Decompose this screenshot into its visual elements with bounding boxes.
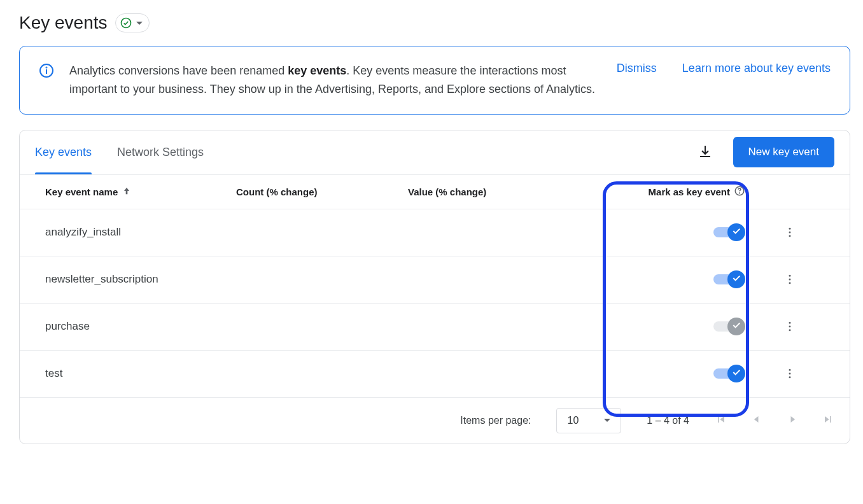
row-menu-button[interactable] (745, 320, 834, 333)
tab-network-settings[interactable]: Network Settings (117, 130, 204, 174)
svg-point-13 (789, 326, 791, 328)
info-icon (39, 63, 54, 80)
dismiss-link[interactable]: Dismiss (617, 62, 657, 75)
svg-point-0 (121, 18, 130, 28)
col-count: Count (% change) (236, 186, 408, 197)
check-icon (731, 226, 741, 239)
prev-page-icon[interactable] (750, 413, 763, 428)
svg-point-11 (789, 282, 791, 284)
svg-point-5 (740, 193, 740, 193)
table-row: test (20, 351, 850, 398)
row-menu-button[interactable] (745, 367, 834, 380)
svg-point-9 (789, 275, 791, 277)
paginator: Items per page: 10 1 – 4 of 4 (20, 398, 850, 444)
caret-down-icon (136, 22, 143, 25)
key-events-card: Key events Network Settings New key even… (19, 130, 850, 444)
check-icon (731, 273, 741, 286)
event-name: test (45, 367, 236, 380)
info-banner-text: Analytics conversions have been renamed … (69, 62, 601, 99)
event-name: purchase (45, 320, 236, 333)
mark-toggle[interactable] (713, 365, 745, 382)
caret-down-icon (604, 419, 610, 422)
check-circle-icon (120, 17, 132, 29)
table-row: analyzify_install (20, 209, 850, 256)
page-title: Key events (19, 13, 108, 33)
row-menu-button[interactable] (745, 226, 834, 239)
svg-point-3 (46, 67, 47, 68)
table-row: purchase (20, 304, 850, 351)
next-page-icon[interactable] (786, 413, 799, 428)
svg-point-6 (789, 228, 791, 230)
svg-point-16 (789, 373, 791, 375)
paginator-range: 1 – 4 of 4 (647, 415, 689, 426)
check-icon (731, 367, 741, 381)
check-icon (731, 320, 741, 333)
download-icon[interactable] (692, 139, 718, 166)
event-name: newsletter_subscription (45, 273, 236, 286)
page-size-select[interactable]: 10 (556, 408, 621, 433)
page-header: Key events (19, 13, 850, 33)
mark-toggle (713, 318, 745, 335)
first-page-icon[interactable] (715, 413, 727, 428)
table-header: Key event name Count (% change) Value (%… (20, 175, 850, 209)
col-count-label: Count (% change) (236, 186, 318, 197)
tab-key-events[interactable]: Key events (35, 130, 92, 174)
info-banner: Analytics conversions have been renamed … (19, 46, 850, 115)
help-icon[interactable] (734, 185, 745, 199)
learn-more-link[interactable]: Learn more about key events (682, 62, 831, 75)
info-text-bold: key events (288, 64, 346, 77)
svg-point-10 (789, 279, 791, 281)
info-text-pre: Analytics conversions have been renamed (69, 64, 288, 77)
items-per-page-label: Items per page: (460, 415, 531, 426)
mark-toggle[interactable] (713, 223, 745, 241)
svg-point-14 (789, 329, 791, 331)
svg-point-7 (789, 232, 791, 234)
col-mark: Mark as key event (580, 185, 745, 199)
svg-point-12 (789, 322, 791, 324)
col-value-label: Value (% change) (408, 186, 486, 197)
col-name[interactable]: Key event name (45, 186, 236, 198)
col-mark-label: Mark as key event (649, 186, 730, 197)
svg-point-15 (789, 369, 791, 371)
col-value: Value (% change) (408, 186, 580, 197)
col-name-label: Key event name (45, 186, 118, 197)
table-row: newsletter_subscription (20, 256, 850, 304)
new-key-event-button[interactable]: New key event (733, 137, 835, 167)
last-page-icon[interactable] (822, 413, 834, 428)
page-size-value: 10 (567, 415, 579, 426)
svg-point-8 (789, 235, 791, 237)
mark-toggle[interactable] (713, 270, 745, 288)
event-name: analyzify_install (45, 226, 236, 239)
svg-point-17 (789, 376, 791, 378)
sort-asc-icon (122, 186, 132, 198)
row-menu-button[interactable] (745, 273, 834, 286)
status-chip[interactable] (115, 13, 150, 32)
